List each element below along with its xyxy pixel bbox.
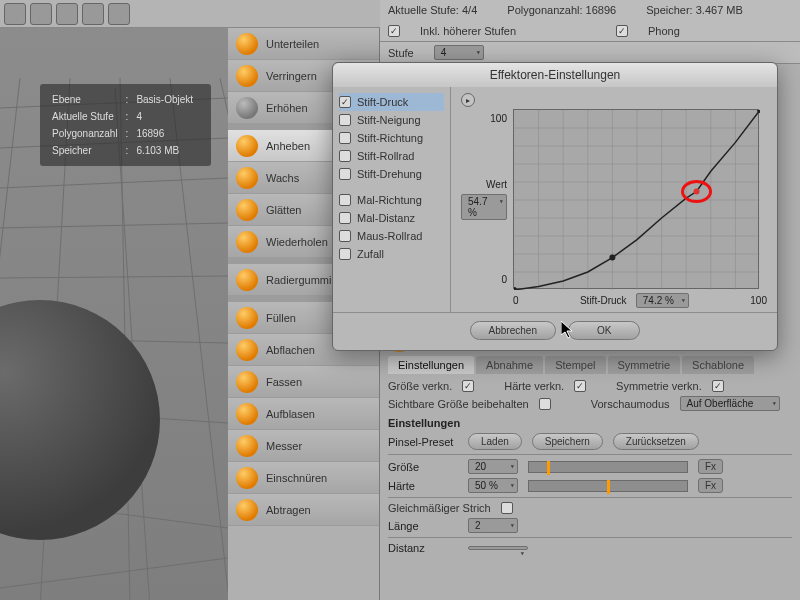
effector-checkbox[interactable] (339, 96, 351, 108)
hud-value: 4 (136, 109, 199, 124)
toolbar-button[interactable] (56, 3, 78, 25)
svg-line-4 (0, 276, 228, 278)
brush-icon (236, 231, 258, 253)
tab-schablone[interactable]: Schablone (682, 356, 754, 374)
brush-icon (236, 499, 258, 521)
status-bar: Aktuelle Stufe: 4/4 Polygonanzahl: 16896… (380, 0, 800, 20)
palette-label: Wiederholen (266, 236, 328, 248)
y-max: 100 (490, 113, 507, 124)
link-sym-label: Symmetrie verkn. (616, 380, 702, 392)
poly-value: 16896 (586, 4, 617, 16)
palette-item-fassen[interactable]: Fassen (228, 366, 379, 398)
brush-icon (236, 97, 258, 119)
distance-field[interactable] (468, 546, 528, 550)
toolbar-button[interactable] (4, 3, 26, 25)
palette-item-unterteilen[interactable]: Unterteilen (228, 28, 379, 60)
link-sym-checkbox[interactable] (712, 380, 724, 392)
size-slider[interactable] (528, 461, 688, 473)
reset-button[interactable]: Zurücksetzen (613, 433, 699, 450)
palette-item-aufblasen[interactable]: Aufblasen (228, 398, 379, 430)
effector-checkbox[interactable] (339, 150, 351, 162)
effector-checkbox[interactable] (339, 168, 351, 180)
brush-icon (236, 33, 258, 55)
palette-label: Radiergummi (266, 274, 331, 286)
stufe-label: Aktuelle Stufe: (388, 4, 459, 16)
tab-abnahme[interactable]: Abnahme (476, 356, 543, 374)
effector-checkbox[interactable] (339, 248, 351, 260)
phong-label: Phong (648, 25, 680, 37)
hard-field[interactable]: 50 % (468, 478, 518, 493)
incl-checkbox[interactable] (388, 25, 400, 37)
play-icon[interactable]: ▸ (461, 93, 475, 107)
phong-checkbox[interactable] (616, 25, 628, 37)
x-value-field[interactable]: 74.2 % (636, 293, 689, 308)
y-min: 0 (501, 274, 507, 285)
effector-checkbox[interactable] (339, 230, 351, 242)
stufe2-label: Stufe (388, 47, 414, 59)
preview-dropdown[interactable]: Auf Oberfläche (680, 396, 780, 411)
svg-line-2 (0, 178, 228, 188)
attribute-tabs: EinstellungenAbnahmeStempelSymmetrieScha… (388, 356, 792, 374)
effector-checkbox[interactable] (339, 212, 351, 224)
palette-item-messer[interactable]: Messer (228, 430, 379, 462)
svg-point-34 (609, 255, 615, 261)
mem-value: 3.467 MB (696, 4, 743, 16)
size-field[interactable]: 20 (468, 459, 518, 474)
attribute-editor: Anheben EinstellungenAbnahmeStempelSymme… (380, 330, 800, 600)
palette-label: Anheben (266, 140, 310, 152)
hud-sep: : (126, 126, 135, 141)
hard-slider[interactable] (528, 480, 688, 492)
brush-icon (236, 435, 258, 457)
tab-einstellungen[interactable]: Einstellungen (388, 356, 474, 374)
effector-maus-rollrad[interactable]: Maus-Rollrad (339, 227, 444, 245)
length-field[interactable]: 2 (468, 518, 518, 533)
palette-item-einschnüren[interactable]: Einschnüren (228, 462, 379, 494)
tab-stempel[interactable]: Stempel (545, 356, 605, 374)
evenstroke-checkbox[interactable] (501, 502, 513, 514)
stufe2-field[interactable]: 4 (434, 45, 484, 60)
toolbar-button[interactable] (108, 3, 130, 25)
preview-label: Vorschaumodus (591, 398, 670, 410)
effector-stift-druck[interactable]: Stift-Druck (339, 93, 444, 111)
load-button[interactable]: Laden (468, 433, 522, 450)
palette-label: Wachs (266, 172, 299, 184)
effector-stift-rollrad[interactable]: Stift-Rollrad (339, 147, 444, 165)
effector-label: Mal-Distanz (357, 212, 415, 224)
length-label: Länge (388, 520, 458, 532)
palette-item-abtragen[interactable]: Abtragen (228, 494, 379, 526)
svg-line-12 (220, 78, 228, 600)
y-value-field[interactable]: 54.7 % (461, 194, 507, 220)
mem-label: Speicher: (646, 4, 692, 16)
toolbar-button[interactable] (82, 3, 104, 25)
hud-value: Basis-Objekt (136, 92, 199, 107)
viewport-3d[interactable]: Ebene:Basis-ObjektAktuelle Stufe:4Polygo… (0, 28, 228, 600)
effector-stift-richtung[interactable]: Stift-Richtung (339, 129, 444, 147)
ok-button[interactable]: OK (568, 321, 640, 340)
palette-label: Verringern (266, 70, 317, 82)
curve-chart[interactable] (513, 109, 759, 289)
effector-zufall[interactable]: Zufall (339, 245, 444, 263)
poly-label: Polygonanzahl: (507, 4, 582, 16)
size-fx-button[interactable]: Fx (698, 459, 723, 474)
keep-size-checkbox[interactable] (539, 398, 551, 410)
effector-stift-drehung[interactable]: Stift-Drehung (339, 165, 444, 183)
cancel-button[interactable]: Abbrechen (470, 321, 556, 340)
effector-checkbox[interactable] (339, 114, 351, 126)
preset-label: Pinsel-Preset (388, 436, 458, 448)
effector-label: Stift-Drehung (357, 168, 422, 180)
tab-symmetrie[interactable]: Symmetrie (608, 356, 681, 374)
effector-label: Zufall (357, 248, 384, 260)
effector-checkbox[interactable] (339, 132, 351, 144)
link-size-checkbox[interactable] (462, 380, 474, 392)
effector-stift-neigung[interactable]: Stift-Neigung (339, 111, 444, 129)
link-hard-checkbox[interactable] (574, 380, 586, 392)
status-row-3: Stufe 4 (380, 42, 800, 64)
stufe-value: 4/4 (462, 4, 477, 16)
save-button[interactable]: Speichern (532, 433, 603, 450)
toolbar-button[interactable] (30, 3, 52, 25)
hard-fx-button[interactable]: Fx (698, 478, 723, 493)
effector-checkbox[interactable] (339, 194, 351, 206)
effector-mal-distanz[interactable]: Mal-Distanz (339, 209, 444, 227)
palette-label: Unterteilen (266, 38, 319, 50)
effector-mal-richtung[interactable]: Mal-Richtung (339, 191, 444, 209)
